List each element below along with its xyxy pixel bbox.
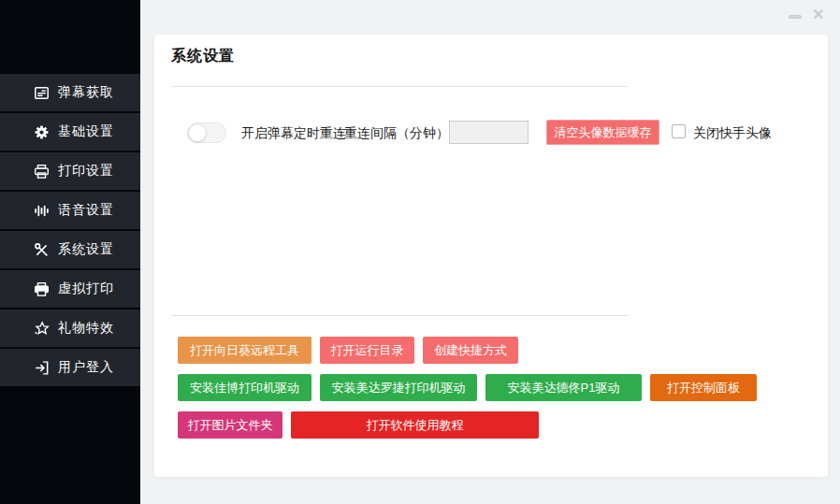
action-row-2: 安装佳博打印机驱动 安装美达罗捷打印机驱动 安装美达德佟P1驱动 打开控制面板 xyxy=(178,374,757,401)
sidebar-item-danmaku-capture[interactable]: 弹幕获取 xyxy=(0,74,140,111)
tools-icon xyxy=(34,242,50,258)
clear-avatar-cache-button[interactable]: 清空头像数据缓存 xyxy=(546,120,659,145)
sidebar-item-label: 语音设置 xyxy=(58,202,114,219)
create-shortcut-button[interactable]: 创建快捷方式 xyxy=(423,337,518,364)
close-icon: × xyxy=(813,2,824,26)
close-button[interactable]: × xyxy=(808,0,834,28)
settings-panel: 系统设置 开启弹幕定时重连 重连间隔（分钟） 清空头像数据缓存 关闭快手头像 打… xyxy=(154,35,828,477)
virtual-printer-icon xyxy=(34,281,50,297)
install-meida-detong-p1-driver-button[interactable]: 安装美达德佟P1驱动 xyxy=(485,374,642,401)
close-kuaishou-avatar-checkbox[interactable] xyxy=(672,124,686,138)
reconnect-toggle-label: 开启弹幕定时重连 xyxy=(241,125,346,140)
sidebar-item-label: 虚拟打印 xyxy=(58,281,114,297)
gear-icon xyxy=(34,124,50,140)
reconnect-interval-input[interactable] xyxy=(449,121,529,144)
voice-wave-icon xyxy=(34,203,50,219)
sidebar-item-user-login[interactable]: 用户登入 xyxy=(0,349,140,386)
sidebar-item-label: 礼物特效 xyxy=(58,320,114,337)
printer-icon xyxy=(34,164,50,180)
sidebar-item-basic-settings[interactable]: 基础设置 xyxy=(0,113,140,151)
open-image-folder-button[interactable]: 打开图片文件夹 xyxy=(178,411,282,439)
sidebar-item-virtual-print[interactable]: 虚拟打印 xyxy=(0,270,140,308)
sidebar-item-label: 打印设置 xyxy=(58,163,114,180)
sidebar-item-label: 系统设置 xyxy=(58,241,114,258)
action-row-3: 打开图片文件夹 打开软件使用教程 xyxy=(178,411,757,439)
page-title: 系统设置 xyxy=(171,47,235,66)
divider xyxy=(171,86,629,87)
divider xyxy=(171,315,629,316)
install-meida-luojie-printer-driver-button[interactable]: 安装美达罗捷打印机驱动 xyxy=(320,374,477,401)
close-kuaishou-avatar-label: 关闭快手头像 xyxy=(693,125,772,140)
titlebar: × xyxy=(140,0,840,35)
action-button-rows: 打开向日葵远程工具 打开运行目录 创建快捷方式 安装佳博打印机驱动 安装美达罗捷… xyxy=(178,337,757,449)
open-control-panel-button[interactable]: 打开控制面板 xyxy=(650,374,757,401)
sidebar-item-label: 用户登入 xyxy=(58,359,114,376)
open-run-directory-button[interactable]: 打开运行目录 xyxy=(320,337,414,364)
minimize-icon xyxy=(789,15,802,19)
open-software-tutorial-button[interactable]: 打开软件使用教程 xyxy=(291,411,539,439)
danmaku-list-icon xyxy=(34,85,50,101)
sidebar-item-label: 基础设置 xyxy=(58,123,114,140)
action-row-1: 打开向日葵远程工具 打开运行目录 创建快捷方式 xyxy=(178,337,757,364)
minimize-button[interactable] xyxy=(782,0,808,28)
toggle-knob xyxy=(188,123,207,142)
sidebar-item-label: 弹幕获取 xyxy=(58,84,114,101)
sidebar-nav: 弹幕获取 基础设置 xyxy=(0,74,140,388)
danmaku-reconnect-toggle[interactable] xyxy=(187,122,226,143)
reconnect-interval-label: 重连间隔（分钟） xyxy=(344,125,449,140)
sidebar: 弹幕获取 基础设置 xyxy=(0,0,140,504)
sidebar-item-system-settings[interactable]: 系统设置 xyxy=(0,231,140,268)
app-window: 弹幕获取 基础设置 xyxy=(0,0,840,504)
gift-star-icon xyxy=(34,321,50,337)
install-jiabo-printer-driver-button[interactable]: 安装佳博打印机驱动 xyxy=(178,374,311,401)
sidebar-item-gift-effects[interactable]: 礼物特效 xyxy=(0,310,140,347)
open-sunflower-remote-button[interactable]: 打开向日葵远程工具 xyxy=(178,337,311,364)
login-icon xyxy=(34,360,50,376)
sidebar-item-voice-settings[interactable]: 语音设置 xyxy=(0,192,140,229)
sidebar-item-print-settings[interactable]: 打印设置 xyxy=(0,152,140,190)
